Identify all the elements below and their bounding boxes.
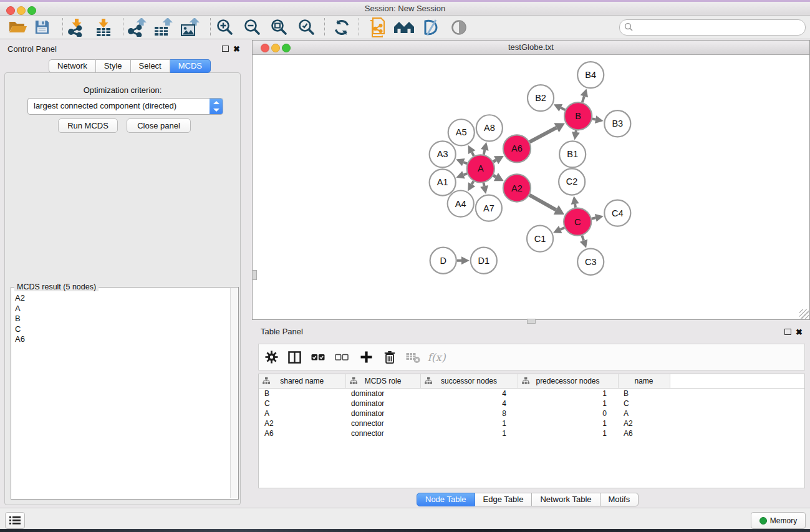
table-cell[interactable]: connector: [345, 418, 420, 428]
column-header-MCDS-role[interactable]: MCDS role: [345, 374, 420, 389]
graph-node-A7[interactable]: A7: [476, 195, 502, 221]
column-header-successor-nodes[interactable]: successor nodes: [420, 374, 518, 389]
tab-mcds[interactable]: MCDS: [170, 59, 211, 73]
table-cell[interactable]: A6: [618, 428, 670, 438]
graph-node-D[interactable]: D: [430, 248, 456, 274]
table-cell[interactable]: dominator: [345, 399, 420, 409]
graph-edge[interactable]: [472, 181, 474, 184]
delete-table-button[interactable]: [405, 344, 421, 370]
table-cell[interactable]: 8: [420, 409, 518, 418]
column-header-name[interactable]: name: [618, 374, 670, 389]
save-session-button[interactable]: [32, 17, 51, 37]
graph-edge[interactable]: [561, 228, 564, 230]
graph-node-C3[interactable]: C3: [577, 249, 604, 275]
graph-node-A6[interactable]: A6: [503, 135, 531, 162]
refresh-button[interactable]: [330, 17, 353, 37]
export-image-button[interactable]: [178, 17, 201, 37]
memory-button[interactable]: Memory: [751, 512, 806, 529]
window-resize-grip-icon[interactable]: [799, 309, 809, 319]
add-column-button[interactable]: [358, 344, 374, 370]
table-row[interactable]: Cdominator41C: [259, 399, 804, 409]
select-all-button[interactable]: [311, 344, 325, 370]
graph-edge[interactable]: [463, 173, 467, 175]
graph-edge[interactable]: [463, 162, 467, 163]
graph-edge[interactable]: [592, 119, 595, 120]
table-cell[interactable]: dominator: [345, 409, 420, 418]
first-neighbors-button[interactable]: [392, 17, 416, 37]
graph-node-A3[interactable]: A3: [430, 141, 456, 167]
column-header-shared-name[interactable]: shared name: [259, 374, 345, 389]
graph-node-C4[interactable]: C4: [604, 200, 630, 226]
close-table-panel-icon[interactable]: ✖: [796, 328, 803, 336]
graph-node-A2[interactable]: A2: [503, 174, 531, 201]
table-cell[interactable]: A: [618, 409, 670, 418]
column-header-predecessor-nodes[interactable]: predecessor nodes: [518, 374, 618, 389]
table-cell[interactable]: 1: [518, 389, 618, 399]
table-cell[interactable]: B: [618, 389, 670, 399]
table-cell[interactable]: 1: [518, 418, 618, 428]
new-network-from-selection-button[interactable]: [366, 17, 388, 37]
graph-node-A1[interactable]: A1: [430, 169, 456, 195]
zoom-in-button[interactable]: [214, 17, 236, 37]
deselect-all-button[interactable]: [334, 344, 349, 370]
table-row[interactable]: A2connector11A2: [259, 418, 804, 428]
tab-motifs[interactable]: Motifs: [600, 493, 639, 506]
table-cell[interactable]: B: [259, 389, 345, 399]
export-table-button[interactable]: [152, 17, 174, 37]
close-panel-icon[interactable]: ✖: [233, 45, 240, 53]
tab-select[interactable]: Select: [131, 59, 170, 73]
function-builder-button[interactable]: f(x): [426, 344, 447, 370]
horizontal-splitter-handle[interactable]: [527, 319, 536, 324]
table-cell[interactable]: C: [259, 399, 345, 409]
search-input[interactable]: [636, 21, 801, 34]
table-cell[interactable]: A6: [259, 428, 345, 438]
graph-node-A5[interactable]: A5: [448, 119, 475, 145]
criterion-select[interactable]: largest connected component (directed): [27, 98, 223, 115]
table-header-row[interactable]: shared nameMCDS rolesuccessor nodesprede…: [259, 374, 804, 389]
table-row[interactable]: Adominator80A: [259, 409, 804, 418]
run-mcds-button[interactable]: Run MCDS: [58, 118, 118, 133]
graph-node-A[interactable]: A: [467, 155, 494, 182]
table-settings-button[interactable]: [264, 344, 279, 370]
node-table[interactable]: shared nameMCDS rolesuccessor nodesprede…: [259, 374, 804, 438]
show-all-button[interactable]: [448, 17, 470, 37]
tab-network[interactable]: Network: [49, 59, 96, 73]
show-panels-button[interactable]: [5, 512, 25, 529]
graph-edge[interactable]: [582, 96, 584, 102]
mcds-result-item[interactable]: A6: [15, 334, 230, 345]
float-table-panel-icon[interactable]: [784, 329, 791, 335]
zoom-out-button[interactable]: [241, 17, 264, 37]
table-cell[interactable]: C: [618, 399, 670, 409]
graph-edge[interactable]: [484, 150, 485, 155]
graph-edge[interactable]: [575, 204, 576, 208]
graph-node-D1[interactable]: D1: [471, 248, 497, 274]
import-table-button[interactable]: [92, 17, 115, 37]
table-row[interactable]: Bdominator41B: [259, 389, 804, 399]
graph-edge[interactable]: [592, 218, 596, 218]
mcds-result-list[interactable]: A2ABCA6: [12, 293, 230, 498]
import-network-button[interactable]: [65, 17, 87, 37]
graph-edge[interactable]: [483, 183, 484, 186]
mcds-result-item[interactable]: A2: [15, 293, 230, 304]
graph-node-C1[interactable]: C1: [527, 226, 553, 252]
graph-edge[interactable]: [472, 152, 474, 156]
table-cell[interactable]: 4: [420, 399, 518, 409]
mcds-result-item[interactable]: B: [15, 314, 230, 324]
table-cell[interactable]: A2: [618, 418, 670, 428]
table-cell[interactable]: 1: [518, 399, 618, 409]
tab-node-table[interactable]: Node Table: [417, 493, 475, 506]
graph-edge[interactable]: [529, 128, 556, 142]
search-box[interactable]: [619, 19, 806, 36]
graph-node-C[interactable]: C: [564, 208, 591, 236]
mcds-result-item[interactable]: C: [15, 324, 230, 335]
table-cell[interactable]: 1: [420, 428, 518, 438]
table-cell[interactable]: A: [259, 409, 345, 418]
export-network-button[interactable]: [125, 17, 148, 37]
tab-network-table[interactable]: Network Table: [532, 493, 600, 506]
graph-edge[interactable]: [529, 195, 556, 210]
network-canvas[interactable]: B4B2BB3A5A8A6A3B1AA1C2A2A4A7C4CC1C3DD1: [253, 55, 809, 319]
graph-node-B2[interactable]: B2: [528, 85, 554, 111]
tab-style[interactable]: Style: [96, 59, 131, 73]
tab-edge-table[interactable]: Edge Table: [475, 493, 533, 506]
mcds-list-scrollbar[interactable]: [230, 288, 238, 498]
